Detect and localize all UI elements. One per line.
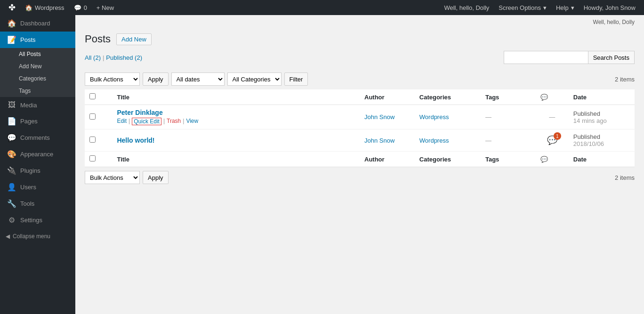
footer-date-col[interactable]: Date	[569, 152, 635, 167]
filter-button[interactable]: Filter	[284, 72, 308, 86]
dashboard-label: Dashboard	[20, 20, 50, 27]
header-checkbox-col	[85, 89, 112, 105]
footer-categories-col[interactable]: Categories	[415, 152, 481, 167]
sidebar-item-appearance[interactable]: 🎨 Appearance	[0, 146, 75, 162]
add-new-button[interactable]: Add New	[116, 33, 152, 45]
footer-comments-col: 💬	[536, 152, 569, 167]
users-icon: 👤	[7, 183, 16, 192]
plugins-label: Plugins	[20, 167, 40, 174]
filter-published-link[interactable]: Published (2)	[106, 54, 142, 61]
row2-date-cell: Published 2018/10/06	[569, 129, 635, 152]
howdy-text: Well, hello, Dolly	[439, 4, 494, 11]
filter-sep-1: |	[103, 54, 104, 61]
add-new-label: Add New	[19, 63, 42, 70]
settings-label: Settings	[20, 217, 42, 224]
select-all-checkbox-top[interactable]	[89, 93, 96, 99]
posts-icon: 📝	[7, 35, 16, 44]
help-chevron: ▾	[571, 4, 574, 11]
row1-comments-cell: —	[536, 105, 569, 129]
page-header: Posts Add New	[85, 29, 635, 45]
row1-author-link[interactable]: John Snow	[364, 113, 394, 121]
site-name-link[interactable]: 🏠 Wordpress	[20, 0, 69, 15]
top-toolbar: Bulk ActionsEditMove to Trash Apply All …	[85, 72, 635, 86]
search-input[interactable]	[504, 51, 588, 64]
bulk-actions-select-bottom[interactable]: Bulk ActionsEditMove to Trash	[85, 171, 140, 184]
row1-checkbox[interactable]	[89, 113, 96, 120]
sidebar-item-posts[interactable]: 📝 Posts	[0, 32, 75, 48]
row1-date-status: Published	[573, 110, 630, 117]
well-hello-text: Well, hello, Dolly	[593, 19, 635, 25]
footer-title-col[interactable]: Title	[112, 152, 360, 167]
table-footer-row: Title Author Categories Tags 💬 Date	[85, 152, 635, 167]
row2-comments-cell: 💬 1	[536, 129, 569, 152]
categories-select[interactable]: All CategoriesWordpress	[227, 72, 282, 86]
header-date-col[interactable]: Date	[569, 89, 635, 105]
footer-comment-bubble-icon: 💬	[540, 156, 548, 163]
submenu-categories[interactable]: Categories	[0, 72, 75, 85]
filter-all-link[interactable]: All (2)	[85, 54, 101, 61]
wp-logo-icon: ✤	[8, 2, 16, 13]
row1-trash-link[interactable]: Trash	[167, 118, 181, 125]
header-author-col[interactable]: Author	[360, 89, 415, 105]
row1-actions: Edit | Quick Edit | Trash | View	[117, 118, 355, 125]
comments-link[interactable]: 💬 0	[69, 0, 92, 15]
post1-title-link[interactable]: Peter Dinklage	[117, 109, 162, 116]
collapse-icon: ◀	[6, 233, 10, 240]
posts-submenu: All Posts Add New Categories Tags	[0, 48, 75, 97]
row1-category-link[interactable]: Wordpress	[419, 113, 449, 121]
sidebar-item-plugins[interactable]: 🔌 Plugins	[0, 162, 75, 179]
dashboard-icon: 🏠	[7, 19, 16, 28]
row1-comments-value: —	[549, 113, 555, 121]
screen-options-btn[interactable]: Screen Options ▾	[494, 0, 551, 15]
sidebar-item-dashboard[interactable]: 🏠 Dashboard	[0, 15, 75, 32]
categories-label: Categories	[19, 75, 46, 82]
apply-button-top[interactable]: Apply	[143, 72, 169, 86]
filter-links: All (2) | Published (2)	[85, 54, 142, 61]
submenu-add-new[interactable]: Add New	[0, 60, 75, 72]
dates-select[interactable]: All datesOctober 2018	[171, 72, 225, 86]
footer-tags-col[interactable]: Tags	[481, 152, 536, 167]
collapse-label: Collapse menu	[13, 233, 50, 240]
row2-title-cell: Hello world!	[112, 129, 360, 152]
row1-edit-link[interactable]: Edit	[117, 118, 127, 125]
header-categories-col[interactable]: Categories	[415, 89, 481, 105]
submenu-all-posts[interactable]: All Posts	[0, 48, 75, 60]
sidebar-item-settings[interactable]: ⚙ Settings	[0, 212, 75, 228]
row1-view-link[interactable]: View	[186, 118, 198, 125]
help-btn[interactable]: Help ▾	[551, 0, 579, 15]
header-tags-col[interactable]: Tags	[481, 89, 536, 105]
media-label: Media	[20, 102, 37, 109]
items-count-bottom: 2 items	[615, 174, 635, 181]
row2-category-link[interactable]: Wordpress	[419, 137, 449, 144]
submenu-tags[interactable]: Tags	[0, 85, 75, 97]
help-label: Help	[556, 4, 569, 11]
row2-checkbox[interactable]	[89, 137, 96, 143]
footer-author-col[interactable]: Author	[360, 152, 415, 167]
main-layout: 🏠 Dashboard 📝 Posts All Posts Add New Ca…	[0, 15, 644, 314]
collapse-menu-btn[interactable]: ◀ Collapse menu	[0, 228, 75, 244]
table-header-row: Title Author Categories Tags 💬 Date	[85, 89, 635, 105]
sidebar-item-comments[interactable]: 💬 Comments	[0, 129, 75, 146]
row2-comment-count: 1	[554, 132, 561, 140]
row2-author-link[interactable]: John Snow	[364, 137, 394, 144]
apply-button-bottom[interactable]: Apply	[143, 171, 169, 184]
search-posts-button[interactable]: Search Posts	[588, 51, 635, 64]
post2-title-link[interactable]: Hello world!	[117, 137, 154, 144]
sidebar-item-pages[interactable]: 📄 Pages	[0, 113, 75, 129]
bottom-toolbar: Bulk ActionsEditMove to Trash Apply 2 it…	[85, 171, 635, 184]
admin-bar: ✤ 🏠 Wordpress 💬 0 + New Well, hello, Dol…	[0, 0, 644, 15]
wp-logo-link[interactable]: ✤	[4, 0, 20, 15]
bulk-actions-select-top[interactable]: Bulk ActionsEditMove to Trash	[85, 72, 140, 86]
sidebar-item-tools[interactable]: 🔧 Tools	[0, 195, 75, 212]
row1-quick-edit-link[interactable]: Quick Edit	[132, 118, 161, 125]
sidebar-item-media[interactable]: 🖼 Media	[0, 97, 75, 113]
user-profile-link[interactable]: Howdy, John Snow	[579, 0, 640, 15]
row2-comment-badge[interactable]: 💬 1	[547, 135, 557, 145]
header-title-col[interactable]: Title	[112, 89, 360, 105]
row2-tags-value: —	[485, 137, 491, 144]
select-all-checkbox-bottom[interactable]	[89, 155, 96, 161]
new-content-link[interactable]: + New	[92, 0, 119, 15]
tools-icon: 🔧	[7, 199, 16, 208]
row1-date-value: 14 mins ago	[573, 117, 607, 124]
sidebar-item-users[interactable]: 👤 Users	[0, 179, 75, 195]
